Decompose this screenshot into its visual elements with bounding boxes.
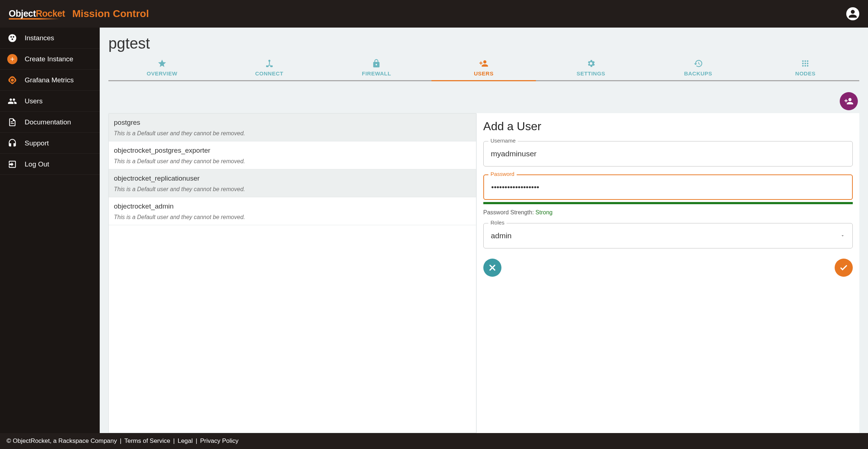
svg-point-0 <box>8 34 16 42</box>
roles-value: admin <box>491 231 512 240</box>
tab-label: OVERVIEW <box>147 70 178 77</box>
headset-icon <box>7 138 17 148</box>
close-icon <box>488 263 497 272</box>
user-name: objectrocket_admin <box>114 202 471 210</box>
add-user-button[interactable] <box>840 92 858 110</box>
add-user-icon <box>479 59 488 68</box>
sidebar-item-documentation[interactable]: Documentation <box>0 112 100 133</box>
user-icon <box>848 9 857 18</box>
sidebar-item-label: Instances <box>25 34 54 42</box>
svg-point-8 <box>805 60 806 62</box>
user-row[interactable]: objectrocket_postgres_exporter This is a… <box>109 141 476 169</box>
password-field-wrapper: Password <box>483 174 853 200</box>
tab-label: FIREWALL <box>362 70 391 77</box>
strength-value: Strong <box>536 209 553 215</box>
footer-separator: | <box>196 437 197 445</box>
svg-point-11 <box>805 63 806 64</box>
svg-point-12 <box>807 63 809 64</box>
password-input[interactable] <box>483 174 853 200</box>
user-name: objectrocket_postgres_exporter <box>114 147 471 155</box>
user-note: This is a Default user and they cannot b… <box>114 214 471 221</box>
sidebar-item-support[interactable]: Support <box>0 133 100 154</box>
grain-icon <box>801 59 810 68</box>
header: ObjectRocket Mission Control <box>0 0 868 28</box>
user-row[interactable]: postgres This is a Default user and they… <box>109 114 476 141</box>
users-list: postgres This is a Default user and they… <box>108 113 476 433</box>
user-name: objectrocket_replicationuser <box>114 174 471 182</box>
star-icon <box>157 59 167 68</box>
account-avatar[interactable] <box>846 7 859 20</box>
sidebar: Instances Create Instance Grafana Metric… <box>0 28 100 433</box>
svg-point-1 <box>11 36 12 37</box>
svg-point-10 <box>802 63 804 64</box>
confirm-button[interactable] <box>835 259 853 277</box>
tabs: OVERVIEW CONNECT FIREWALL USERS <box>108 56 859 81</box>
document-icon <box>7 117 17 127</box>
sidebar-item-create-instance[interactable]: Create Instance <box>0 49 100 70</box>
form-title: Add a User <box>483 120 853 133</box>
password-strength-text: Password Strength: Strong <box>483 209 853 216</box>
footer: © ObjectRocket, a Rackspace Company | Te… <box>0 433 868 449</box>
cancel-button[interactable] <box>483 259 501 277</box>
instances-icon <box>7 33 17 43</box>
users-icon <box>7 96 17 106</box>
password-label: Password <box>488 171 517 177</box>
sidebar-item-label: Create Instance <box>25 55 73 63</box>
check-icon <box>839 263 848 272</box>
hub-icon <box>265 59 274 68</box>
svg-point-2 <box>13 36 14 37</box>
tab-label: CONNECT <box>255 70 284 77</box>
chevron-down-icon <box>840 233 845 238</box>
roles-field-wrapper: Roles admin <box>483 223 853 248</box>
tab-settings[interactable]: SETTINGS <box>537 56 645 80</box>
strength-label: Password Strength: <box>483 209 536 215</box>
lock-icon <box>372 59 381 68</box>
restore-icon <box>694 59 703 68</box>
footer-separator: | <box>120 437 121 445</box>
sidebar-item-instances[interactable]: Instances <box>0 28 100 49</box>
grafana-icon <box>7 75 17 85</box>
username-input[interactable] <box>483 141 853 166</box>
logo-prefix: Object <box>9 8 36 18</box>
sidebar-item-label: Documentation <box>25 118 71 126</box>
sidebar-item-label: Users <box>25 97 43 105</box>
user-row[interactable]: objectrocket_replicationuser This is a D… <box>109 169 476 197</box>
svg-point-3 <box>12 38 13 40</box>
footer-link-privacy[interactable]: Privacy Policy <box>200 437 239 445</box>
footer-link-legal[interactable]: Legal <box>178 437 193 445</box>
logo-suffix: Rocket <box>36 8 65 18</box>
user-name: postgres <box>114 119 471 127</box>
sidebar-item-label: Support <box>25 139 49 147</box>
add-user-icon <box>844 96 853 106</box>
sidebar-item-users[interactable]: Users <box>0 91 100 112</box>
svg-point-9 <box>807 60 809 62</box>
roles-select[interactable]: admin <box>483 223 853 248</box>
tab-nodes[interactable]: NODES <box>752 56 859 80</box>
user-note: This is a Default user and they cannot b… <box>114 158 471 165</box>
footer-separator: | <box>173 437 175 445</box>
tab-label: SETTINGS <box>576 70 605 77</box>
sidebar-item-label: Log Out <box>25 160 49 168</box>
password-strength-bar <box>483 202 853 204</box>
tab-connect[interactable]: CONNECT <box>216 56 323 80</box>
logo[interactable]: ObjectRocket <box>9 8 65 20</box>
page-title: pgtest <box>108 35 859 52</box>
sidebar-item-logout[interactable]: Log Out <box>0 154 100 175</box>
main: pgtest OVERVIEW CONNECT FIREWALL <box>100 28 868 433</box>
sidebar-item-grafana[interactable]: Grafana Metrics <box>0 70 100 91</box>
tab-overview[interactable]: OVERVIEW <box>108 56 216 80</box>
svg-point-13 <box>802 65 804 66</box>
user-row[interactable]: objectrocket_admin This is a Default use… <box>109 197 476 225</box>
tab-users[interactable]: USERS <box>430 56 537 80</box>
tab-firewall[interactable]: FIREWALL <box>323 56 430 80</box>
app-name: Mission Control <box>72 8 149 20</box>
tab-label: USERS <box>474 70 493 77</box>
logout-icon <box>7 159 17 169</box>
username-field-wrapper: Username <box>483 141 853 166</box>
gear-icon <box>586 59 596 68</box>
username-label: Username <box>488 137 518 144</box>
tab-backups[interactable]: BACKUPS <box>645 56 752 80</box>
footer-link-tos[interactable]: Terms of Service <box>124 437 170 445</box>
svg-point-7 <box>802 60 804 62</box>
header-left: ObjectRocket Mission Control <box>9 8 149 20</box>
